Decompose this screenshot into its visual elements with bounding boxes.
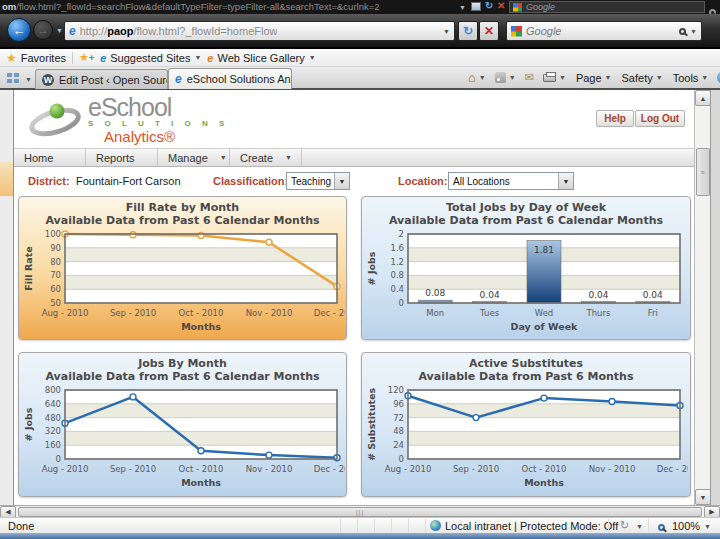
- svg-text:Fill Rate: Fill Rate: [23, 246, 34, 290]
- web-slice-gallery-button[interactable]: eWeb Slice Gallery▼: [207, 52, 315, 64]
- svg-text:1.81: 1.81: [534, 245, 554, 255]
- status-text: Done: [8, 520, 34, 532]
- tab-list-dropdown-icon[interactable]: ▼: [25, 76, 32, 83]
- zoom-icon[interactable]: [658, 524, 665, 531]
- svg-text:1.2: 1.2: [390, 257, 404, 267]
- favorites-button[interactable]: ★Favorites: [6, 51, 66, 65]
- forward-button[interactable]: →: [33, 20, 53, 40]
- add-favorite-button[interactable]: ★+: [79, 51, 94, 64]
- tools-menu[interactable]: Tools: [673, 72, 699, 84]
- svg-text:Dec - 2010: Dec - 2010: [313, 464, 344, 474]
- web-slice-gallery-label: Web Slice Gallery: [217, 52, 304, 64]
- chevron-down-icon[interactable]: ▼: [704, 523, 711, 530]
- eschool-swoosh-icon: [28, 95, 82, 145]
- svg-text:800: 800: [44, 385, 60, 395]
- chart-title: Active Substitutes: [362, 357, 690, 370]
- tab-edit-post[interactable]: W Edit Post ‹ Open Source an...: [35, 69, 168, 89]
- page-content: eSchool S O L U T I O N S Analytics® Hel…: [14, 90, 694, 505]
- svg-text:50: 50: [50, 298, 61, 308]
- svg-text:# Jobs: # Jobs: [366, 251, 377, 285]
- chevron-down-icon: ▼: [194, 54, 201, 61]
- google-logo-icon: [513, 3, 522, 12]
- svg-text:# Jobs: # Jobs: [23, 407, 34, 441]
- horizontal-scrollbar[interactable]: ◀ ||| ▶: [0, 505, 720, 517]
- horizontal-scroll-thumb[interactable]: |||: [18, 507, 702, 517]
- chevron-down-icon[interactable]: ▼: [479, 74, 486, 81]
- svg-text:Nov - 2010: Nov - 2010: [245, 308, 292, 318]
- safety-menu[interactable]: Safety: [622, 72, 653, 84]
- tab-eschool-analytics[interactable]: e eSchool Solutions Anal... ✕: [168, 68, 292, 89]
- security-report-icon[interactable]: ↻: [620, 519, 629, 532]
- favorites-label: Favorites: [21, 52, 66, 64]
- chevron-down-icon[interactable]: ▼: [701, 74, 708, 81]
- nav-reports[interactable]: Reports: [86, 149, 158, 166]
- district-label: District:: [28, 175, 70, 187]
- svg-text:480: 480: [44, 413, 60, 423]
- recent-pages-dropdown-icon[interactable]: ▼: [56, 27, 63, 34]
- svg-text:Oct - 2010: Oct - 2010: [522, 464, 567, 474]
- status-bar: Done Local intranet | Protected Mode: Of…: [0, 517, 720, 533]
- classification-label: Classification:: [213, 175, 288, 187]
- plus-icon: +: [89, 53, 94, 63]
- vertical-scrollbar[interactable]: ▲ ≡ ▼: [694, 90, 710, 505]
- svg-text:Oct - 2010: Oct - 2010: [178, 464, 223, 474]
- scroll-down-button[interactable]: ▼: [695, 489, 711, 505]
- chart-subtitle: Available Data from Past 6 Calendar Mont…: [19, 370, 346, 383]
- chevron-down-icon[interactable]: ▼: [509, 74, 516, 81]
- logout-button[interactable]: Log Out: [635, 110, 685, 127]
- search-box[interactable]: Google ▼: [506, 21, 702, 41]
- vertical-scroll-thumb[interactable]: ≡: [696, 148, 710, 196]
- home-icon[interactable]: ⌂: [468, 71, 476, 84]
- suggested-sites-button[interactable]: eSuggested Sites▼: [100, 52, 201, 64]
- nav-manage[interactable]: Manage▼: [158, 149, 230, 166]
- quick-tabs-icon[interactable]: [7, 73, 21, 85]
- svg-text:60: 60: [50, 284, 61, 294]
- background-search-box[interactable]: Google: [509, 1, 705, 13]
- security-zone-text: Local intranet | Protected Mode: Off: [445, 520, 618, 532]
- nav-home[interactable]: Home: [14, 149, 86, 166]
- chevron-down-icon[interactable]: ▼: [605, 74, 612, 81]
- stop-button[interactable]: ✕: [479, 21, 499, 41]
- svg-text:Months: Months: [524, 477, 564, 488]
- svg-text:24: 24: [393, 440, 404, 450]
- rss-feed-icon[interactable]: [495, 72, 506, 83]
- svg-text:80: 80: [50, 257, 61, 267]
- nav-create[interactable]: Create▼: [230, 149, 302, 166]
- print-icon[interactable]: [543, 74, 556, 82]
- location-select[interactable]: All Locations ▼: [448, 172, 574, 190]
- svg-text:0: 0: [399, 298, 404, 308]
- refresh-button[interactable]: ↻: [458, 21, 478, 41]
- classification-select-value: Teaching: [291, 176, 331, 187]
- chevron-down-icon[interactable]: ▼: [636, 523, 643, 530]
- classification-select[interactable]: Teaching ▼: [286, 172, 350, 190]
- back-button[interactable]: ←: [7, 18, 31, 42]
- svg-text:Dec - 2010: Dec - 2010: [313, 308, 344, 318]
- background-window-fragment: [710, 90, 720, 505]
- chevron-down-icon[interactable]: ▼: [559, 74, 566, 81]
- svg-text:0.08: 0.08: [425, 288, 445, 298]
- address-history-dropdown-icon[interactable]: ▼: [443, 28, 450, 35]
- address-bar[interactable]: e http://paop/flow.html?_flowId=homeFlow…: [64, 21, 455, 41]
- chevron-down-icon[interactable]: ▼: [459, 4, 466, 11]
- refresh-icon[interactable]: ↻: [485, 0, 493, 12]
- scroll-up-button[interactable]: ▲: [695, 90, 711, 106]
- page-menu[interactable]: Page: [576, 72, 602, 84]
- chevron-down-icon[interactable]: ▼: [656, 74, 663, 81]
- svg-text:96: 96: [393, 399, 404, 409]
- help-button[interactable]: Help: [596, 110, 634, 127]
- svg-text:Tues: Tues: [479, 308, 500, 318]
- search-options-dropdown-icon[interactable]: ▼: [690, 28, 697, 35]
- svg-text:Mon: Mon: [426, 308, 444, 318]
- mail-icon[interactable]: ✉: [525, 72, 534, 83]
- panel-active-substitutes: Active Substitutes Available Data from P…: [361, 352, 691, 497]
- stop-icon[interactable]: ✕: [497, 0, 505, 12]
- compatibility-view-icon[interactable]: [471, 2, 481, 11]
- intranet-globe-icon: [430, 520, 441, 531]
- help-button-label: Help: [604, 113, 626, 124]
- status-segment: [425, 519, 426, 532]
- svg-text:100: 100: [44, 229, 60, 239]
- search-icon[interactable]: [679, 28, 686, 35]
- svg-text:0.04: 0.04: [643, 290, 663, 300]
- chevron-down-icon: ▼: [220, 154, 227, 161]
- zoom-level-text[interactable]: 100%: [672, 520, 700, 532]
